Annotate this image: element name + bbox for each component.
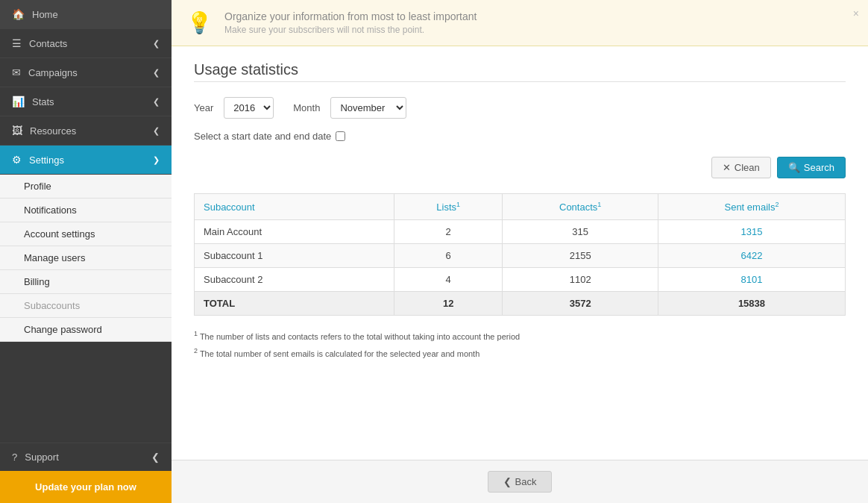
info-banner: 💡 Organize your information from most to… [172,0,868,46]
stats-table: Subaccount Lists1 Contacts1 Sent emails2… [194,193,846,316]
sent-value: 8101 [658,268,845,292]
sidebar-subitem-billing[interactable]: Billing [0,270,172,294]
sidebar-label-home: Home [32,9,58,20]
chevron-right-icon: ❮ [153,39,160,49]
sidebar: 🏠 Home ☰ Contacts ❮ ✉ Campaigns ❮ 📊 Stat… [0,0,172,503]
total-lists: 12 [394,292,502,316]
search-icon: 🔍 [788,162,800,173]
support-icon: ? [12,452,17,463]
col-header-lists: Lists1 [394,194,502,220]
stats-icon: 📊 [12,96,25,107]
date-range-checkbox[interactable] [336,131,345,141]
total-row: TOTAL 12 3572 15838 [195,292,846,316]
sent-value: 6422 [658,244,845,268]
resources-icon: 🖼 [12,125,22,137]
banner-title: Organize your information from most to l… [224,10,477,22]
banner-text: Organize your information from most to l… [224,10,477,35]
table-row: Subaccount 1 6 2155 6422 [195,244,846,268]
filter-row: Year 2016 2015 2014 Month January Februa… [194,97,846,119]
contacts-value: 2155 [503,244,658,268]
month-select[interactable]: January February March April May June Ju… [330,97,406,119]
banner-subtitle: Make sure your subscribers will not miss… [224,25,477,35]
lists-value: 6 [394,244,502,268]
page-content: Usage statistics Year 2016 2015 2014 Mon… [172,46,868,391]
date-range-label: Select a start date and end date [194,131,331,142]
sidebar-item-home[interactable]: 🏠 Home [0,0,172,29]
home-icon: 🏠 [12,8,25,20]
sidebar-subitem-subaccounts: Subaccounts [0,294,172,318]
sidebar-label-settings: Settings [29,154,64,166]
chevron-right-icon: ❮ [151,452,160,463]
sidebar-label-contacts: Contacts [29,38,67,49]
sidebar-label-support: Support [25,452,59,463]
total-label: TOTAL [195,292,394,316]
campaigns-icon: ✉ [12,66,21,78]
col-header-sent-emails: Sent emails2 [658,194,845,220]
search-button[interactable]: 🔍 Search [777,157,846,178]
subaccount-name: Main Account [195,220,394,244]
sidebar-subitem-profile[interactable]: Profile [0,175,172,199]
total-sent: 15838 [658,292,845,316]
chevron-left-icon: ❮ [503,476,512,487]
subaccount-name: Subaccount 1 [195,244,394,268]
sidebar-item-campaigns[interactable]: ✉ Campaigns ❮ [0,58,172,87]
year-select[interactable]: 2016 2015 2014 [224,97,274,119]
sidebar-item-resources[interactable]: 🖼 Resources ❮ [0,116,172,146]
date-range-row: Select a start date and end date [194,131,846,142]
table-row: Subaccount 2 4 1102 8101 [195,268,846,292]
title-divider [194,81,846,82]
clean-button[interactable]: ✕ Clean [711,157,771,178]
sidebar-label-resources: Resources [30,125,76,137]
sidebar-label-stats: Stats [32,96,54,107]
sidebar-subitem-change-password[interactable]: Change password [0,318,172,342]
times-icon: ✕ [723,162,731,173]
sidebar-bottom: ? Support ❮ Update your plan now [0,443,172,503]
table-row: Main Account 2 315 1315 [195,220,846,244]
back-section: ❮ Back [172,460,868,503]
sidebar-label-campaigns: Campaigns [28,67,78,78]
sidebar-subitem-notifications[interactable]: Notifications [0,199,172,222]
sidebar-item-settings[interactable]: ⚙ Settings ❯ [0,146,172,175]
chevron-down-icon: ❯ [153,155,160,165]
main-content: 💡 Organize your information from most to… [172,0,868,503]
action-row: ✕ Clean 🔍 Search [194,157,846,178]
lists-value: 2 [394,220,502,244]
total-contacts: 3572 [503,292,658,316]
chevron-right-icon: ❮ [153,97,160,107]
page-title: Usage statistics [194,61,846,78]
footnote-2: 2 The total number of sent emails is cal… [194,345,846,361]
sidebar-subitem-account-settings[interactable]: Account settings [0,222,172,246]
update-plan-button[interactable]: Update your plan now [0,471,172,503]
year-label: Year [194,102,213,113]
col-header-contacts: Contacts1 [503,194,658,220]
chevron-right-icon: ❮ [153,126,160,136]
lists-value: 4 [394,268,502,292]
col-header-subaccount: Subaccount [195,194,394,220]
subaccount-name: Subaccount 2 [195,268,394,292]
contacts-value: 315 [503,220,658,244]
footnote-1: 1 The number of lists and contacts refer… [194,328,846,344]
lightbulb-icon: 💡 [186,10,213,35]
chevron-right-icon: ❮ [153,68,160,78]
contacts-icon: ☰ [12,37,22,49]
sidebar-item-support[interactable]: ? Support ❮ [0,443,172,471]
sent-value: 1315 [658,220,845,244]
footnotes: 1 The number of lists and contacts refer… [194,328,846,361]
month-label: Month [293,102,320,113]
back-button[interactable]: ❮ Back [488,471,553,493]
sidebar-item-contacts[interactable]: ☰ Contacts ❮ [0,29,172,58]
settings-subitems: Profile Notifications Account settings M… [0,175,172,342]
sidebar-subitem-manage-users[interactable]: Manage users [0,246,172,270]
sidebar-item-stats[interactable]: 📊 Stats ❮ [0,87,172,116]
contacts-value: 1102 [503,268,658,292]
banner-close-button[interactable]: × [853,7,859,19]
settings-icon: ⚙ [12,154,22,166]
